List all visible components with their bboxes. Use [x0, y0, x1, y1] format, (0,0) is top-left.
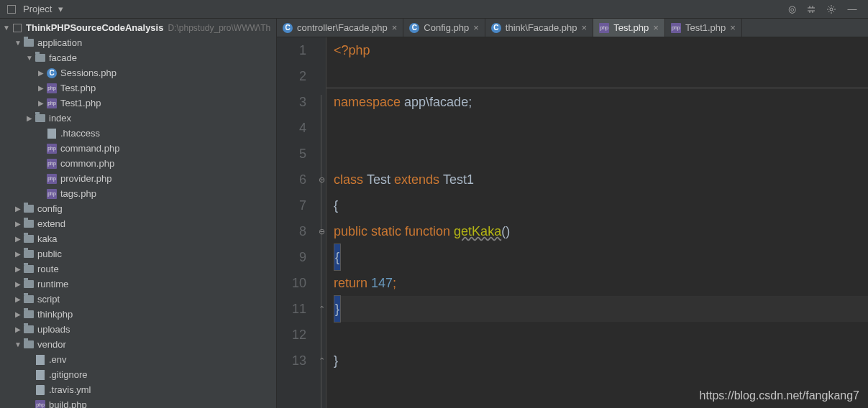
tree-item-label: extend — [37, 218, 65, 229]
folder-icon — [23, 264, 35, 275]
expand-icon[interactable] — [3, 24, 10, 32]
tree-item[interactable]: runtime — [0, 277, 276, 292]
project-root-name: ThinkPHPSourceCodeAnalysis — [26, 22, 163, 33]
expand-icon[interactable] — [14, 325, 22, 333]
folder-icon — [23, 339, 35, 351]
expand-icon[interactable] — [26, 114, 33, 122]
folder-icon — [23, 37, 35, 49]
expand-icon[interactable] — [37, 69, 45, 77]
collapse-icon[interactable] — [806, 4, 818, 14]
tree-item-label: config — [37, 203, 63, 214]
project-icon — [6, 4, 17, 15]
tree-item-label: command.php — [60, 143, 119, 154]
tree-item[interactable]: CSessions.php — [0, 65, 276, 80]
tab-label: think\Facade.php — [506, 22, 577, 33]
tree-item[interactable]: phpcommand.php — [0, 141, 276, 156]
project-tree: ThinkPHPSourceCodeAnalysis D:\phpstudy_p… — [0, 19, 276, 408]
tree-item[interactable]: phpcommon.php — [0, 156, 276, 171]
expand-icon[interactable] — [14, 310, 22, 318]
tree-item[interactable]: vendor — [0, 337, 276, 352]
tab-label: controller\Facade.php — [297, 22, 388, 33]
expand-icon[interactable] — [26, 54, 33, 62]
tree-item[interactable]: extend — [0, 216, 276, 231]
fold-end-icon[interactable]: ⌃ — [317, 305, 326, 313]
folder-icon — [23, 249, 35, 260]
editor-tab[interactable]: phpTest.php× — [593, 19, 665, 37]
close-icon[interactable]: × — [392, 22, 398, 33]
tree-item[interactable]: phpprovider.php — [0, 171, 276, 186]
expand-icon[interactable] — [14, 205, 22, 213]
expand-icon[interactable] — [14, 265, 22, 273]
editor-tab[interactable]: CConfig.php× — [403, 19, 485, 37]
gear-icon[interactable] — [826, 4, 838, 14]
close-icon[interactable]: × — [473, 22, 479, 33]
tree-item[interactable]: .gitignore — [0, 367, 276, 382]
tree-item[interactable]: script — [0, 292, 276, 307]
project-root[interactable]: ThinkPHPSourceCodeAnalysis D:\phpstudy_p… — [0, 20, 276, 35]
fold-icon[interactable]: ⊖ — [317, 227, 326, 236]
tree-item[interactable]: phpTest.php — [0, 80, 276, 96]
project-sidebar: ThinkPHPSourceCodeAnalysis D:\phpstudy_p… — [0, 19, 277, 408]
tree-item[interactable]: phpbuild.php — [0, 397, 276, 408]
tree-item-label: Test.php — [60, 83, 96, 93]
tree-item[interactable]: .env — [0, 352, 276, 367]
tree-item[interactable]: thinkphp — [0, 307, 276, 322]
editor-tab[interactable]: phpTest1.php× — [665, 19, 742, 37]
tree-item[interactable]: index — [0, 111, 276, 126]
file-icon: php — [46, 173, 58, 185]
tree-item[interactable]: .travis.yml — [0, 382, 276, 397]
tree-item[interactable]: uploads — [0, 322, 276, 337]
close-icon[interactable]: × — [582, 22, 588, 33]
tree-item[interactable]: application — [0, 35, 276, 50]
expand-icon[interactable] — [14, 220, 22, 228]
folder-icon — [23, 279, 35, 290]
tree-item-label: tags.php — [60, 188, 96, 199]
dropdown-icon[interactable]: ▾ — [55, 4, 66, 14]
project-label[interactable]: Project — [23, 4, 52, 14]
file-icon: php — [46, 98, 58, 109]
tree-item[interactable]: facade — [0, 50, 276, 65]
close-icon[interactable]: × — [653, 22, 659, 33]
editor-tab[interactable]: Ccontroller\Facade.php× — [277, 19, 403, 37]
tree-item[interactable]: phpTest1.php — [0, 96, 276, 111]
file-icon: php — [35, 399, 46, 409]
folder-icon — [23, 203, 35, 215]
tree-item[interactable]: kaka — [0, 231, 276, 246]
tree-item[interactable]: .htaccess — [0, 126, 276, 141]
fold-icon[interactable]: ⊖ — [317, 175, 326, 184]
tree-item-label: runtime — [37, 279, 68, 289]
expand-icon[interactable] — [14, 39, 22, 47]
file-icon: php — [46, 158, 58, 170]
tree-item-label: .gitignore — [49, 369, 87, 380]
tree-item[interactable]: phptags.php — [0, 186, 276, 201]
expand-icon[interactable] — [14, 280, 22, 288]
expand-icon[interactable] — [14, 235, 22, 243]
minimize-icon[interactable]: — — [846, 4, 858, 14]
expand-icon[interactable] — [14, 340, 22, 348]
expand-icon[interactable] — [14, 295, 22, 303]
expand-icon[interactable] — [14, 250, 22, 258]
code-source[interactable]: <?php namespace app\facade; class Test e… — [326, 37, 868, 408]
tree-item-label: index — [49, 113, 71, 124]
tree-item-label: provider.php — [60, 173, 112, 184]
tree-item-label: script — [37, 294, 60, 305]
editor-tab[interactable]: Cthink\Facade.php× — [485, 19, 593, 37]
class-icon: C — [409, 23, 419, 33]
close-icon[interactable]: × — [730, 22, 736, 33]
tree-item-label: common.php — [60, 158, 114, 169]
tree-item[interactable]: route — [0, 261, 276, 277]
expand-icon[interactable] — [37, 99, 45, 107]
expand-icon[interactable] — [37, 84, 45, 92]
folder-icon — [35, 113, 46, 124]
code-editor[interactable]: 1 2 3 4 5 6 7 8 9 10 11 12 13 ⊖ ⊖ ⌃ ⌃ — [277, 37, 868, 408]
folder-icon — [23, 218, 35, 230]
folder-icon — [23, 309, 35, 320]
tree-item[interactable]: config — [0, 201, 276, 216]
fold-end-icon[interactable]: ⌃ — [317, 356, 326, 365]
file-icon: C — [46, 68, 58, 79]
locate-icon[interactable]: ◎ — [786, 4, 798, 14]
tree-item-label: application — [37, 37, 82, 48]
file-icon — [35, 384, 46, 396]
tree-item[interactable]: public — [0, 246, 276, 261]
project-root-path: D:\phpstudy_pro\WWW\Th — [168, 23, 270, 33]
